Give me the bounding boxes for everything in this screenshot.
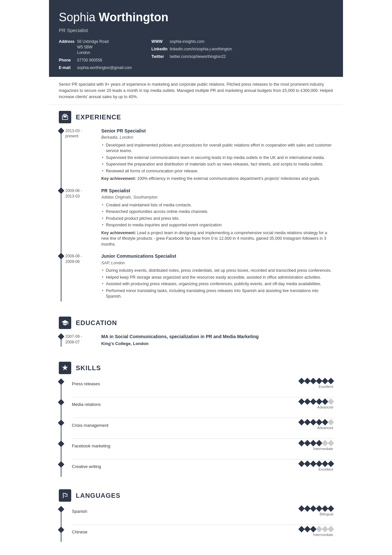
bullet: Performed minor translating tasks, inclu… (101, 288, 333, 300)
contact-left: Address 56 Uxbridge RoadW5 5BWLondon Pho… (59, 39, 132, 70)
skills-list: Press releases Excellent (59, 379, 333, 477)
timeline-dot (58, 333, 64, 340)
dot (298, 440, 305, 446)
timeline-dot (58, 253, 64, 259)
first-name: Sophia (59, 10, 99, 24)
languages-icon (59, 489, 71, 502)
resume-header: Sophia Worthington PR Specialist Address… (49, 0, 343, 77)
skills-icon (59, 362, 71, 374)
skill-row-2: Media relations Advanced (72, 399, 333, 410)
linkedin-label: LinkedIn (152, 46, 168, 52)
lang-name-2: Chinese (72, 529, 88, 535)
dot (328, 460, 334, 467)
divider (72, 439, 333, 439)
education-header: EDUCATION (59, 317, 333, 329)
dot (316, 440, 322, 446)
job-date-3: 2008-08 - 2009-06 (65, 253, 95, 302)
dot (322, 419, 328, 426)
edu-item-1: 2007-09 - 2008-07 MA in Social Communica… (65, 334, 333, 347)
dot (322, 460, 328, 467)
contact-right: WWW sophia-insights.com LinkedIn linkedi… (152, 39, 232, 70)
experience-section: EXPERIENCE 2013-03 - present Senior PR S… (49, 111, 343, 311)
skill-item-4: Facebook marketing Intermediate (65, 441, 333, 456)
dot (304, 419, 311, 426)
job-company-1: Berkadia, London (101, 135, 333, 141)
twitter-item: Twitter twitter.com/sophieworthington22 (152, 54, 232, 60)
timeline-dot (58, 441, 64, 447)
dot (328, 505, 334, 512)
skill-dots-4 (299, 441, 333, 445)
job-content-3: Junior Communications Specialist SAP, Lo… (101, 253, 333, 302)
experience-header: EXPERIENCE (59, 111, 333, 123)
skill-rating-1: Excellent (299, 379, 333, 389)
timeline-dot (58, 527, 64, 533)
dot (298, 398, 305, 405)
email-value: sophia.worthington@gmail.com (77, 65, 132, 71)
skill-item-3: Crisis management Advanced (65, 420, 333, 435)
skill-row-4: Facebook marketing Intermediate (72, 441, 333, 451)
key-achievement-1: Key achievement: 100% efficiency in meet… (101, 176, 333, 182)
job-title-1: Senior PR Specialist (101, 128, 333, 134)
bullet: Produced product pitches and press kits. (101, 216, 333, 222)
skill-dots-5 (299, 461, 333, 466)
timeline-dot (58, 399, 64, 406)
bullet: Supervised the external communications t… (101, 155, 333, 161)
education-icon (59, 317, 71, 329)
divider (72, 459, 333, 460)
skill-dots-2 (299, 399, 333, 404)
timeline-dot (58, 378, 64, 385)
summary-section: Senior PR specialist with 9+ years of ex… (49, 77, 343, 105)
skill-name-3: Crisis management (72, 423, 108, 428)
skill-name-5: Creative writing (72, 464, 101, 470)
divider (72, 525, 333, 525)
skill-level-1: Excellent (318, 384, 333, 389)
education-section: EDUCATION 2007-09 - 2008-07 MA in Social… (49, 317, 343, 356)
dot (328, 440, 334, 446)
lang-rating-2: Intermediate (299, 527, 333, 537)
twitter-value: twitter.com/sophieworthington22 (170, 54, 226, 60)
dot (322, 398, 328, 405)
lang-rating-1: Bilingual (299, 506, 333, 517)
dot (310, 460, 317, 467)
bullet: Created and maintained lists of media co… (101, 202, 333, 208)
lang-dots-2 (299, 527, 333, 531)
job-item-1: 2013-03 - present Senior PR Specialist B… (65, 128, 333, 182)
job-item-2: 2009-06 - 2013-03 PR Specialist Adidas O… (65, 188, 333, 248)
dot (304, 398, 311, 405)
skill-name-4: Facebook marketing (72, 443, 110, 449)
lang-item-1: Spanish Bilingual (65, 506, 333, 521)
dot (328, 378, 334, 384)
bullet: Responded to media inquiries and support… (101, 222, 333, 228)
bullet: Developed and implemented policies and p… (101, 143, 333, 154)
skills-section: SKILLS Press releases Excellent (49, 362, 343, 483)
divider (72, 418, 333, 418)
timeline-dot (58, 506, 64, 512)
phone-item: Phone 07700 900556 (59, 58, 132, 63)
skills-title: SKILLS (76, 363, 101, 373)
skill-name-2: Media relations (72, 402, 101, 408)
edu-degree-1: MA in Social Communications, specializat… (101, 334, 333, 340)
job-company-2: Adidas Originals, Southampton (101, 195, 333, 200)
lang-dots-1 (299, 506, 333, 511)
job-title-2: PR Specialist (101, 188, 333, 194)
bullet: During industry events, distributed note… (101, 268, 333, 274)
languages-title: LANGUAGES (76, 491, 121, 500)
dot (310, 398, 317, 405)
timeline-dot (58, 128, 64, 134)
edu-content-1: MA in Social Communications, specializat… (101, 334, 333, 347)
skill-item-2: Media relations Advanced (65, 399, 333, 414)
dot (310, 440, 317, 446)
contact-info: Address 56 Uxbridge RoadW5 5BWLondon Pho… (59, 39, 333, 70)
twitter-label: Twitter (152, 54, 168, 60)
timeline-dot (58, 420, 64, 426)
dot (316, 460, 322, 467)
skill-rating-5: Excellent (299, 461, 333, 472)
job-bullets-3: During industry events, distributed note… (101, 268, 333, 300)
lang-item-2: Chinese Intermediate (65, 527, 333, 542)
last-name: Worthington (99, 10, 168, 24)
dot (298, 526, 305, 532)
full-name: Sophia Worthington (59, 9, 333, 26)
bullet: Supervised the preparation and distribut… (101, 162, 333, 167)
experience-timeline: 2013-03 - present Senior PR Specialist B… (59, 128, 333, 302)
job-title: PR Specialist (59, 27, 333, 34)
